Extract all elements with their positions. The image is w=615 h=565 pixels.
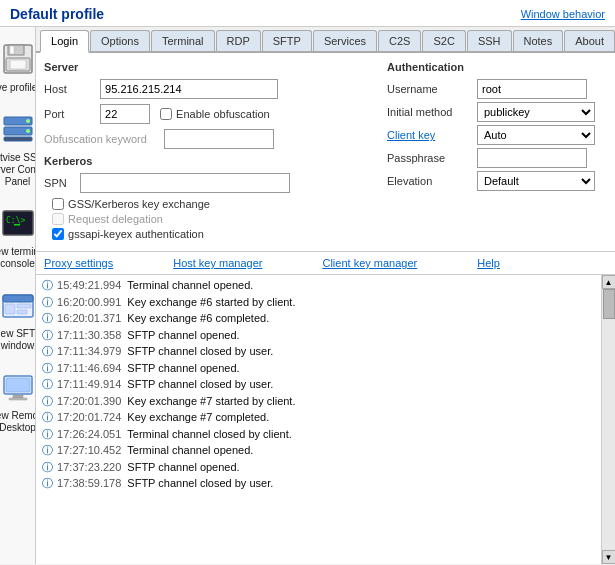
sidebar-item-label-remote: New Remote Desktop <box>0 410 36 434</box>
form-left: Server Host Port Enable obfuscation Obfu… <box>44 61 377 243</box>
remote-icon <box>0 366 36 408</box>
tab-login[interactable]: Login <box>40 30 89 53</box>
svg-rect-12 <box>14 224 20 226</box>
passphrase-input[interactable] <box>477 148 587 168</box>
sidebar-item-bitvise-panel[interactable]: Bitvise SSH Server Control Panel <box>0 103 36 193</box>
tab-terminal[interactable]: Terminal <box>151 30 215 51</box>
tab-rdp[interactable]: RDP <box>216 30 261 51</box>
tab-services[interactable]: Services <box>313 30 377 51</box>
spn-input[interactable] <box>80 173 290 193</box>
server-icon <box>0 108 36 150</box>
gss-checkbox[interactable] <box>52 198 64 210</box>
elevation-select[interactable]: Default None sftp-only <box>477 171 595 191</box>
delegation-checkbox[interactable] <box>52 213 64 225</box>
spn-label: SPN <box>44 177 80 189</box>
info-icon: ⓘ <box>42 327 53 344</box>
log-entry: ⓘ 17:38:59.178 SFTP channel closed by us… <box>40 475 597 492</box>
auth-section-title: Authentication <box>387 61 607 73</box>
tab-notes[interactable]: Notes <box>513 30 564 51</box>
tab-options[interactable]: Options <box>90 30 150 51</box>
page-title: Default profile <box>10 6 104 22</box>
initial-method-row: Initial method publickey password keyboa… <box>387 102 607 122</box>
log-message: SFTP channel closed by user. <box>127 376 273 393</box>
log-time: 17:11:46.694 <box>57 360 121 377</box>
sidebar-item-new-terminal[interactable]: C:\> New terminal console <box>0 197 36 275</box>
svg-point-6 <box>26 119 30 123</box>
elevation-row: Elevation Default None sftp-only <box>387 171 607 191</box>
host-label: Host <box>44 83 100 95</box>
scrollbar-track[interactable] <box>602 289 616 550</box>
log-time: 17:11:30.358 <box>57 327 121 344</box>
proxy-settings-link[interactable]: Proxy settings <box>44 257 113 269</box>
form-right: Authentication Username Initial method p… <box>387 61 607 243</box>
host-key-manager-link[interactable]: Host key manager <box>173 257 262 269</box>
log-entry: ⓘ 16:20:00.991 Key exchange #6 started b… <box>40 294 597 311</box>
port-input[interactable] <box>100 104 150 124</box>
log-message: SFTP channel opened. <box>127 459 239 476</box>
log-time: 17:11:34.979 <box>57 343 121 360</box>
form-area: Server Host Port Enable obfuscation Obfu… <box>36 53 615 252</box>
sidebar-item-new-sftp[interactable]: New SFTP window <box>0 279 36 357</box>
log-message: Terminal channel closed by client. <box>127 426 291 443</box>
svg-rect-20 <box>13 395 23 398</box>
title-bar: Default profile Window behavior <box>0 0 615 27</box>
log-entry: ⓘ 17:26:24.051 Terminal channel closed b… <box>40 426 597 443</box>
help-link[interactable]: Help <box>477 257 500 269</box>
log-message: SFTP channel opened. <box>127 327 239 344</box>
client-key-row: Client key Auto None <box>387 125 607 145</box>
log-time: 17:37:23.220 <box>57 459 121 476</box>
log-entry: ⓘ 17:11:49.914 SFTP channel closed by us… <box>40 376 597 393</box>
log-message: Key exchange #6 completed. <box>127 310 269 327</box>
passphrase-row: Passphrase <box>387 148 607 168</box>
delegation-label: Request delegation <box>68 213 163 225</box>
log-time: 17:11:49.914 <box>57 376 121 393</box>
tab-s2c[interactable]: S2C <box>422 30 465 51</box>
port-label: Port <box>44 108 100 120</box>
username-row: Username <box>387 79 607 99</box>
tab-ssh[interactable]: SSH <box>467 30 512 51</box>
scrollbar-down-button[interactable]: ▼ <box>602 550 616 564</box>
log-scrollbar[interactable]: ▲ ▼ <box>601 275 615 564</box>
username-input[interactable] <box>477 79 587 99</box>
tab-sftp[interactable]: SFTP <box>262 30 312 51</box>
svg-rect-17 <box>17 310 27 314</box>
gssapi-checkbox[interactable] <box>52 228 64 240</box>
gss-row: GSS/Kerberos key exchange <box>52 198 377 210</box>
sidebar-item-new-remote[interactable]: New Remote Desktop <box>0 361 36 439</box>
tab-about[interactable]: About <box>564 30 615 51</box>
sidebar-item-label-terminal: New terminal console <box>0 246 36 270</box>
kerberos-section-title: Kerberos <box>44 155 377 167</box>
info-icon: ⓘ <box>42 409 53 426</box>
svg-rect-9 <box>4 137 32 141</box>
window-behavior-link[interactable]: Window behavior <box>521 8 605 20</box>
svg-rect-19 <box>6 378 30 392</box>
port-row: Port Enable obfuscation <box>44 104 377 124</box>
scrollbar-thumb[interactable] <box>603 289 615 319</box>
tab-c2s[interactable]: C2S <box>378 30 421 51</box>
sidebar-item-save-profile[interactable]: Save profile as <box>0 33 36 99</box>
sidebar-item-label-save: Save profile as <box>0 82 36 94</box>
client-key-link[interactable]: Client key <box>387 129 477 141</box>
svg-text:C:\>: C:\> <box>6 216 25 225</box>
tab-bar: Login Options Terminal RDP SFTP Services… <box>36 27 615 53</box>
host-input[interactable] <box>100 79 278 99</box>
log-time: 17:20:01.724 <box>57 409 121 426</box>
log-message: Terminal channel opened. <box>127 442 253 459</box>
obfuscation-keyword-input[interactable] <box>164 129 274 149</box>
scrollbar-up-button[interactable]: ▲ <box>602 275 616 289</box>
log-time: 17:38:59.178 <box>57 475 121 492</box>
enable-obfuscation-checkbox[interactable] <box>160 108 172 120</box>
log-entry: ⓘ 17:11:34.979 SFTP channel closed by us… <box>40 343 597 360</box>
info-icon: ⓘ <box>42 442 53 459</box>
info-icon: ⓘ <box>42 459 53 476</box>
svg-rect-21 <box>9 398 27 400</box>
sidebar: Save profile as Bitvise SSH Server Contr… <box>0 27 36 564</box>
spn-row: SPN <box>44 173 377 193</box>
initial-method-select[interactable]: publickey password keyboard-interactive <box>477 102 595 122</box>
log-entry: ⓘ 16:20:01.371 Key exchange #6 completed… <box>40 310 597 327</box>
client-key-manager-link[interactable]: Client key manager <box>322 257 417 269</box>
log-time: 17:26:24.051 <box>57 426 121 443</box>
log-area: ⓘ 15:49:21.994 Terminal channel opened. … <box>36 275 615 564</box>
client-key-select[interactable]: Auto None <box>477 125 595 145</box>
obfuscation-keyword-row: Obfuscation keyword <box>44 129 377 149</box>
